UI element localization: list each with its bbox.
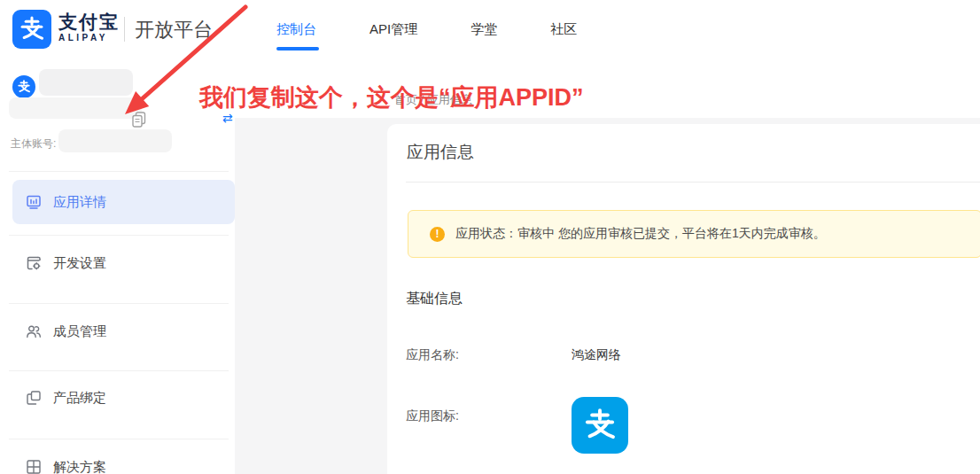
warning-icon: ! <box>430 227 445 242</box>
title-divider <box>406 182 980 183</box>
alipay-app-icon <box>572 397 628 454</box>
page-title: 应用信息 <box>407 141 474 164</box>
nav-academy[interactable]: 学堂 <box>471 21 497 51</box>
app-name-value: 鸿途网络 <box>572 347 621 363</box>
top-header: 支付宝 ALIPAY 开放平台 控制台 API管理 学堂 社区 <box>0 0 980 58</box>
divider <box>9 303 229 304</box>
alipay-zhi-glyph <box>16 79 32 95</box>
blurred-account <box>58 129 172 152</box>
nav-api-management[interactable]: API管理 <box>369 21 417 51</box>
blurred-app-name <box>39 69 133 96</box>
annotation-text: 我们复制这个，这个是“应用APPID” <box>199 82 584 113</box>
product-name: 开放平台 <box>135 17 213 43</box>
nav-community[interactable]: 社区 <box>550 21 577 51</box>
app-name-label: 应用名称: <box>406 347 459 363</box>
divider <box>9 235 229 236</box>
section-title-basic-info: 基础信息 <box>406 290 463 308</box>
product-binding-icon <box>26 390 42 406</box>
blurred-app-id <box>9 97 142 119</box>
switch-app-icon[interactable]: ⇄ <box>222 112 233 124</box>
dev-settings-icon <box>26 255 42 271</box>
app-icon-label: 应用图标: <box>406 408 459 424</box>
divider <box>9 439 229 439</box>
sidebar: ⇄ 主体账号: 应用详情 开发设置 成员管理 <box>0 58 235 474</box>
brand-name-en: ALIPAY <box>58 32 120 43</box>
alipay-zhi-glyph <box>17 14 47 44</box>
breadcrumb: 首页 / 应用信息 <box>394 92 473 108</box>
divider <box>9 171 229 172</box>
owner-account-label: 主体账号: <box>11 136 56 152</box>
active-nav-underline <box>276 47 319 51</box>
solution-icon <box>26 459 42 474</box>
app-detail-icon <box>26 194 42 210</box>
sidebar-item-solutions[interactable]: 解决方案 <box>12 445 235 474</box>
sidebar-item-members[interactable]: 成员管理 <box>12 309 235 354</box>
alipay-logo-icon[interactable] <box>12 10 51 49</box>
sidebar-item-dev-settings[interactable]: 开发设置 <box>12 241 235 285</box>
brand-divider <box>124 17 125 42</box>
status-alert: ! 应用状态：审核中 您的应用审核已提交，平台将在1天内完成审核。 <box>408 210 980 258</box>
members-icon <box>26 323 42 339</box>
sidebar-item-product-binding[interactable]: 产品绑定 <box>12 376 235 420</box>
brand-name-cn: 支付宝 <box>58 12 120 32</box>
top-nav: 控制台 API管理 学堂 社区 <box>276 21 577 51</box>
brand-text: 支付宝 ALIPAY <box>58 12 120 43</box>
nav-console[interactable]: 控制台 <box>276 21 316 51</box>
divider <box>9 370 229 371</box>
alipay-zhi-glyph <box>580 406 619 445</box>
sidebar-item-app-detail[interactable]: 应用详情 <box>12 180 235 224</box>
status-alert-text: 应用状态：审核中 您的应用审核已提交，平台将在1天内完成审核。 <box>455 226 826 242</box>
app-info-card: 应用信息 ! 应用状态：审核中 您的应用审核已提交，平台将在1天内完成审核。 基… <box>387 124 980 474</box>
copy-appid-icon[interactable] <box>132 112 146 131</box>
app-avatar <box>12 75 35 98</box>
